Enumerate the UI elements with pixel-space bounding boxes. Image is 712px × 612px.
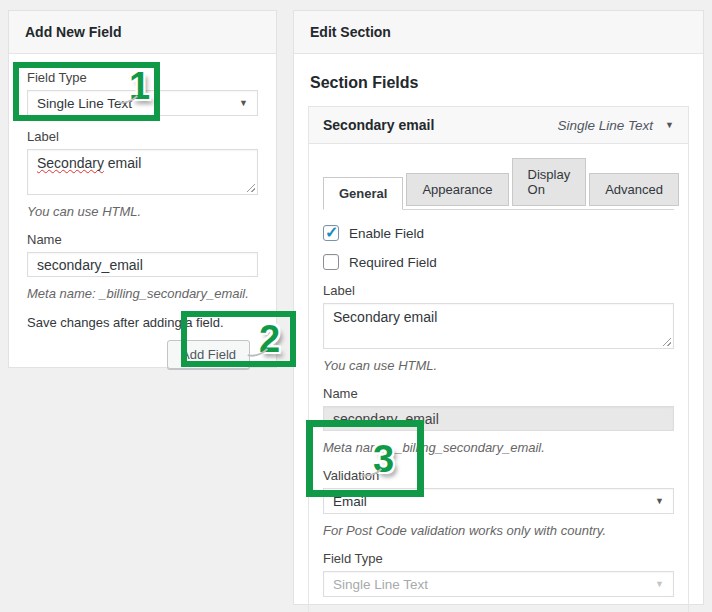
add-field-button[interactable]: Add Field xyxy=(167,340,250,369)
required-field-checkbox[interactable] xyxy=(323,254,339,270)
enable-field-label: Enable Field xyxy=(349,226,424,241)
panel-title: Add New Field xyxy=(9,11,276,54)
validation-select-value: Email xyxy=(333,494,367,509)
html-note: You can use HTML. xyxy=(27,204,258,219)
field-settings-tabs: General Appearance Display On Advanced xyxy=(323,158,674,210)
chevron-down-icon xyxy=(655,580,664,589)
field-type-indicator: Single Line Text xyxy=(558,118,675,133)
name-label: Name xyxy=(27,232,258,247)
meta-name-note: Meta name: _billing_secondary_email. xyxy=(27,286,258,301)
field-editor-content: General Appearance Display On Advanced E… xyxy=(309,144,688,612)
panel-title: Edit Section xyxy=(294,11,703,54)
save-changes-note: Save changes after adding a field. xyxy=(27,315,258,330)
label-textarea[interactable]: Secondary email xyxy=(27,149,258,195)
name-input-value: secondary_email xyxy=(333,411,439,427)
validation-note: For Post Code validation works only with… xyxy=(323,523,674,538)
label-textarea-value: Secondary xyxy=(37,155,104,171)
chevron-down-icon xyxy=(655,497,664,506)
section-fields-heading: Section Fields xyxy=(306,68,691,106)
tab-display-on[interactable]: Display On xyxy=(512,158,587,206)
required-field-label: Required Field xyxy=(349,255,437,270)
field-type-select-disabled: Single Line Text xyxy=(323,571,674,597)
field-editor-box: Secondary email Single Line Text General… xyxy=(308,106,689,612)
meta-name-note: Meta name: _billing_secondary_email. xyxy=(323,440,674,455)
edit-section-panel: Edit Section Section Fields Secondary em… xyxy=(293,10,704,605)
resize-handle-icon[interactable] xyxy=(246,183,255,192)
field-title: Secondary email xyxy=(323,117,434,133)
field-type-label: Field Type xyxy=(27,70,258,85)
label-textarea-value-rest: email xyxy=(104,155,141,171)
add-new-field-body: Field Type Single Line Text Label Second… xyxy=(9,54,276,369)
resize-handle-icon[interactable] xyxy=(662,337,671,346)
name-input[interactable]: secondary_email xyxy=(27,252,258,277)
tab-general[interactable]: General xyxy=(323,177,403,210)
edit-section-body: Section Fields Secondary email Single Li… xyxy=(294,54,703,612)
field-type-label: Field Type xyxy=(323,551,674,566)
label-textarea[interactable]: Secondary email xyxy=(323,303,674,349)
tab-panel-general: Enable Field Required Field Label Second… xyxy=(323,210,674,601)
validation-select[interactable]: Email xyxy=(323,488,674,514)
field-type-select-value: Single Line Text xyxy=(333,577,428,592)
add-new-field-panel: Add New Field Field Type Single Line Tex… xyxy=(8,10,277,368)
enable-field-checkbox[interactable] xyxy=(323,225,339,241)
add-field-button-row: Add Field xyxy=(27,340,250,369)
field-type-select[interactable]: Single Line Text xyxy=(27,90,258,116)
chevron-down-icon xyxy=(239,99,248,108)
tab-appearance[interactable]: Appearance xyxy=(406,173,508,206)
validation-label: Validation xyxy=(323,468,674,483)
field-editor-header[interactable]: Secondary email Single Line Text xyxy=(309,107,688,144)
enable-field-row: Enable Field xyxy=(323,225,674,241)
name-label: Name xyxy=(323,386,674,401)
label-label: Label xyxy=(323,283,674,298)
required-field-row: Required Field xyxy=(323,254,674,270)
label-textarea-value: Secondary email xyxy=(333,309,437,325)
name-input-readonly: secondary_email xyxy=(323,406,674,431)
html-note: You can use HTML. xyxy=(323,358,674,373)
tab-advanced[interactable]: Advanced xyxy=(589,173,679,206)
field-type-select-value: Single Line Text xyxy=(37,96,132,111)
field-type-text: Single Line Text xyxy=(558,118,654,133)
chevron-down-icon[interactable] xyxy=(665,121,674,130)
name-input-value: secondary_email xyxy=(37,257,143,273)
label-label: Label xyxy=(27,129,258,144)
